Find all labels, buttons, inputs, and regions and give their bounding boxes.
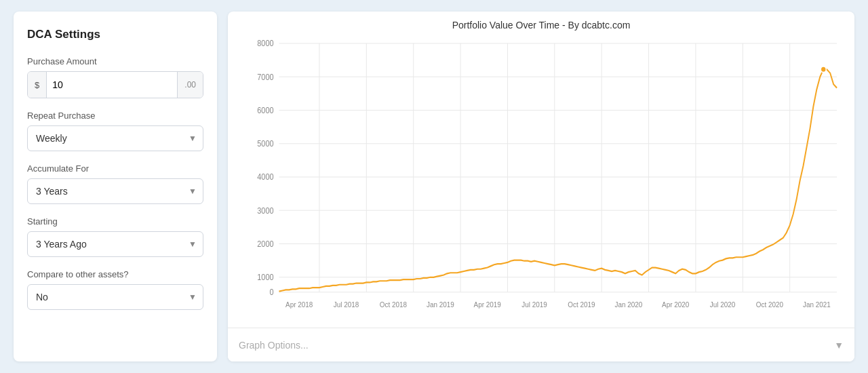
starting-select[interactable]: 1 Year Ago 2 Years Ago 3 Years Ago 5 Yea… bbox=[27, 231, 203, 257]
graph-options-label: Graph Options... bbox=[239, 340, 309, 351]
svg-text:Jul 2019: Jul 2019 bbox=[521, 300, 547, 309]
starting-wrapper: 1 Year Ago 2 Years Ago 3 Years Ago 5 Yea… bbox=[27, 231, 203, 257]
chart-panel: Portfolio Value Over Time - By dcabtc.co… bbox=[228, 12, 854, 361]
purchase-amount-input-row: $ .00 bbox=[27, 71, 203, 98]
graph-options-chevron-icon: ▼ bbox=[834, 340, 844, 351]
accumulate-for-group: Accumulate For 1 Year 2 Years 3 Years 5 … bbox=[27, 163, 203, 204]
starting-label: Starting bbox=[27, 216, 203, 227]
sidebar: DCA Settings Purchase Amount $ .00 Repea… bbox=[14, 12, 217, 361]
svg-text:Jan 2019: Jan 2019 bbox=[427, 300, 454, 309]
svg-text:Apr 2020: Apr 2020 bbox=[662, 300, 689, 309]
svg-text:5000: 5000 bbox=[257, 140, 273, 149]
repeat-purchase-wrapper: Daily Weekly Monthly ▼ bbox=[27, 125, 203, 151]
svg-text:Oct 2019: Oct 2019 bbox=[568, 300, 595, 309]
sidebar-title: DCA Settings bbox=[27, 28, 203, 41]
svg-point-41 bbox=[821, 66, 826, 73]
purchase-amount-label: Purchase Amount bbox=[27, 56, 203, 66]
svg-text:Oct 2020: Oct 2020 bbox=[756, 300, 783, 309]
svg-text:3000: 3000 bbox=[257, 206, 273, 215]
svg-text:Jan 2020: Jan 2020 bbox=[614, 300, 642, 309]
graph-options-bar[interactable]: Graph Options... ▼ bbox=[228, 328, 854, 361]
chart-area: Portfolio Value Over Time - By dcabtc.co… bbox=[228, 12, 854, 328]
svg-text:0: 0 bbox=[269, 288, 273, 297]
compare-label: Compare to other assets? bbox=[27, 269, 203, 279]
svg-text:4000: 4000 bbox=[257, 173, 273, 182]
svg-text:8000: 8000 bbox=[257, 39, 273, 48]
repeat-purchase-select[interactable]: Daily Weekly Monthly bbox=[27, 125, 203, 151]
repeat-purchase-group: Repeat Purchase Daily Weekly Monthly ▼ bbox=[27, 111, 203, 151]
svg-text:Jan 2021: Jan 2021 bbox=[803, 300, 831, 309]
svg-text:Apr 2018: Apr 2018 bbox=[285, 300, 313, 309]
svg-text:6000: 6000 bbox=[257, 106, 273, 115]
repeat-purchase-label: Repeat Purchase bbox=[27, 111, 203, 121]
accumulate-for-wrapper: 1 Year 2 Years 3 Years 5 Years 10 Years … bbox=[27, 178, 203, 204]
accumulate-for-select[interactable]: 1 Year 2 Years 3 Years 5 Years 10 Years bbox=[27, 178, 203, 204]
svg-text:2000: 2000 bbox=[257, 239, 273, 248]
svg-text:Jul 2018: Jul 2018 bbox=[334, 300, 359, 309]
svg-text:Jul 2020: Jul 2020 bbox=[710, 300, 736, 309]
chart-svg-container: 8000 7000 6000 5000 4000 3000 2000 1000 … bbox=[239, 36, 844, 318]
decimal-suffix: .00 bbox=[177, 72, 203, 98]
svg-text:1000: 1000 bbox=[257, 273, 273, 282]
purchase-amount-input[interactable] bbox=[47, 72, 177, 98]
chart-svg: 8000 7000 6000 5000 4000 3000 2000 1000 … bbox=[239, 36, 844, 318]
svg-text:Apr 2019: Apr 2019 bbox=[474, 300, 501, 309]
compare-wrapper: No Yes ▼ bbox=[27, 284, 203, 310]
purchase-amount-group: Purchase Amount $ .00 bbox=[27, 56, 203, 98]
currency-prefix: $ bbox=[28, 72, 47, 98]
svg-text:7000: 7000 bbox=[257, 73, 273, 81]
starting-group: Starting 1 Year Ago 2 Years Ago 3 Years … bbox=[27, 216, 203, 257]
chart-title: Portfolio Value Over Time - By dcabtc.co… bbox=[239, 20, 844, 31]
compare-group: Compare to other assets? No Yes ▼ bbox=[27, 269, 203, 310]
svg-text:Oct 2018: Oct 2018 bbox=[380, 300, 407, 309]
accumulate-for-label: Accumulate For bbox=[27, 163, 203, 174]
app-container: DCA Settings Purchase Amount $ .00 Repea… bbox=[14, 12, 854, 361]
compare-select[interactable]: No Yes bbox=[27, 284, 203, 310]
